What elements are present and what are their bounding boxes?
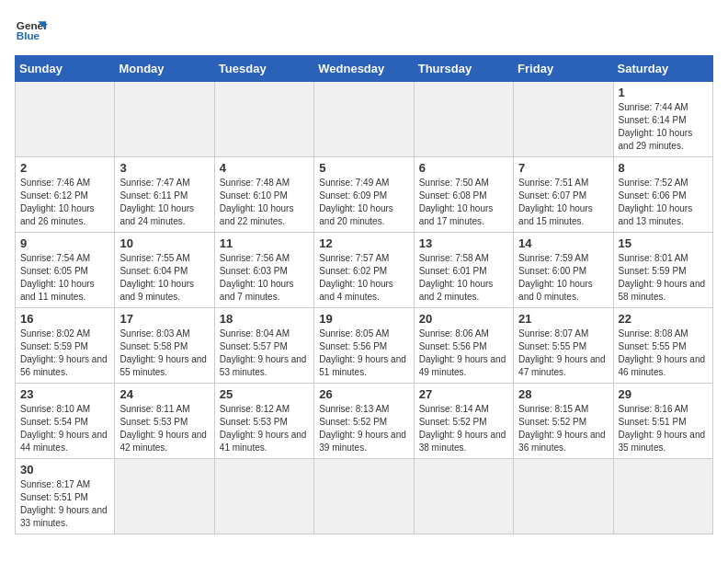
day-number: 14	[518, 236, 608, 250]
day-info: Sunrise: 8:16 AM Sunset: 5:51 PM Dayligh…	[619, 403, 708, 454]
day-number: 17	[119, 312, 209, 326]
calendar-cell	[514, 82, 613, 157]
day-number: 25	[220, 387, 309, 401]
calendar-cell	[414, 82, 513, 157]
calendar-cell: 17Sunrise: 8:03 AM Sunset: 5:58 PM Dayli…	[115, 308, 214, 384]
day-number: 7	[518, 161, 608, 175]
day-number: 23	[20, 387, 109, 401]
day-number: 1	[619, 86, 708, 99]
calendar-cell	[613, 459, 712, 534]
day-info: Sunrise: 7:58 AM Sunset: 6:01 PM Dayligh…	[419, 252, 508, 304]
calendar-cell	[115, 459, 214, 534]
day-info: Sunrise: 7:56 AM Sunset: 6:03 PM Dayligh…	[220, 252, 309, 304]
day-info: Sunrise: 8:05 AM Sunset: 5:56 PM Dayligh…	[319, 327, 408, 379]
weekday-header-sunday: Sunday	[16, 56, 115, 82]
day-number: 13	[419, 236, 508, 250]
day-number: 29	[619, 387, 708, 401]
day-number: 21	[518, 312, 608, 326]
day-number: 30	[20, 463, 109, 477]
day-number: 11	[220, 236, 309, 250]
calendar-week-5: 23Sunrise: 8:10 AM Sunset: 5:54 PM Dayli…	[16, 384, 713, 459]
calendar-cell: 2Sunrise: 7:46 AM Sunset: 6:12 PM Daylig…	[16, 157, 115, 233]
svg-text:Blue: Blue	[17, 29, 40, 41]
day-number: 6	[419, 161, 508, 175]
calendar-cell	[314, 459, 414, 534]
day-info: Sunrise: 7:50 AM Sunset: 6:08 PM Dayligh…	[419, 177, 508, 228]
day-number: 10	[119, 236, 209, 250]
calendar-cell	[16, 82, 115, 157]
weekday-header-friday: Friday	[514, 56, 613, 82]
calendar-cell: 1Sunrise: 7:44 AM Sunset: 6:14 PM Daylig…	[613, 82, 712, 157]
day-info: Sunrise: 8:17 AM Sunset: 5:51 PM Dayligh…	[20, 478, 109, 530]
day-number: 12	[319, 236, 408, 250]
day-info: Sunrise: 7:46 AM Sunset: 6:12 PM Dayligh…	[20, 177, 109, 228]
calendar-cell: 29Sunrise: 8:16 AM Sunset: 5:51 PM Dayli…	[613, 384, 712, 459]
calendar-cell: 19Sunrise: 8:05 AM Sunset: 5:56 PM Dayli…	[314, 308, 414, 384]
weekday-header-row: SundayMondayTuesdayWednesdayThursdayFrid…	[16, 56, 713, 82]
logo: General Blue	[15, 15, 48, 48]
calendar-cell: 4Sunrise: 7:48 AM Sunset: 6:10 PM Daylig…	[214, 157, 313, 233]
day-number: 22	[619, 312, 708, 326]
day-info: Sunrise: 7:54 AM Sunset: 6:05 PM Dayligh…	[20, 252, 109, 304]
day-number: 27	[419, 387, 508, 401]
calendar-cell	[414, 459, 513, 534]
calendar-cell: 13Sunrise: 7:58 AM Sunset: 6:01 PM Dayli…	[414, 233, 513, 308]
calendar-cell: 9Sunrise: 7:54 AM Sunset: 6:05 PM Daylig…	[16, 233, 115, 308]
weekday-header-wednesday: Wednesday	[314, 56, 414, 82]
calendar-cell: 20Sunrise: 8:06 AM Sunset: 5:56 PM Dayli…	[414, 308, 513, 384]
day-info: Sunrise: 8:15 AM Sunset: 5:52 PM Dayligh…	[518, 403, 608, 454]
calendar-cell	[514, 459, 613, 534]
day-info: Sunrise: 7:59 AM Sunset: 6:00 PM Dayligh…	[518, 252, 608, 304]
logo-icon: General Blue	[15, 15, 48, 48]
calendar-cell: 5Sunrise: 7:49 AM Sunset: 6:09 PM Daylig…	[314, 157, 414, 233]
day-info: Sunrise: 8:03 AM Sunset: 5:58 PM Dayligh…	[119, 327, 209, 379]
calendar-cell: 28Sunrise: 8:15 AM Sunset: 5:52 PM Dayli…	[514, 384, 613, 459]
calendar-cell	[214, 459, 313, 534]
calendar-cell: 23Sunrise: 8:10 AM Sunset: 5:54 PM Dayli…	[16, 384, 115, 459]
day-number: 15	[619, 236, 708, 250]
calendar-cell: 7Sunrise: 7:51 AM Sunset: 6:07 PM Daylig…	[514, 157, 613, 233]
header: General Blue	[15, 15, 713, 48]
day-number: 3	[119, 161, 209, 175]
day-info: Sunrise: 7:48 AM Sunset: 6:10 PM Dayligh…	[220, 177, 309, 228]
calendar-week-1: 1Sunrise: 7:44 AM Sunset: 6:14 PM Daylig…	[16, 82, 713, 157]
day-info: Sunrise: 8:10 AM Sunset: 5:54 PM Dayligh…	[20, 403, 109, 454]
calendar-cell: 6Sunrise: 7:50 AM Sunset: 6:08 PM Daylig…	[414, 157, 513, 233]
day-number: 4	[220, 161, 309, 175]
day-info: Sunrise: 8:08 AM Sunset: 5:55 PM Dayligh…	[619, 327, 708, 379]
day-number: 2	[20, 161, 109, 175]
calendar-cell: 11Sunrise: 7:56 AM Sunset: 6:03 PM Dayli…	[214, 233, 313, 308]
day-number: 9	[20, 236, 109, 250]
day-info: Sunrise: 7:44 AM Sunset: 6:14 PM Dayligh…	[619, 101, 708, 153]
day-number: 26	[319, 387, 408, 401]
day-info: Sunrise: 7:49 AM Sunset: 6:09 PM Dayligh…	[319, 177, 408, 228]
day-number: 16	[20, 312, 109, 326]
day-number: 8	[619, 161, 708, 175]
calendar-cell: 3Sunrise: 7:47 AM Sunset: 6:11 PM Daylig…	[115, 157, 214, 233]
day-info: Sunrise: 8:01 AM Sunset: 5:59 PM Dayligh…	[619, 252, 708, 304]
day-info: Sunrise: 8:07 AM Sunset: 5:55 PM Dayligh…	[518, 327, 608, 379]
day-info: Sunrise: 7:57 AM Sunset: 6:02 PM Dayligh…	[319, 252, 408, 304]
calendar-cell: 27Sunrise: 8:14 AM Sunset: 5:52 PM Dayli…	[414, 384, 513, 459]
calendar-cell: 21Sunrise: 8:07 AM Sunset: 5:55 PM Dayli…	[514, 308, 613, 384]
calendar-cell	[115, 82, 214, 157]
day-info: Sunrise: 8:04 AM Sunset: 5:57 PM Dayligh…	[220, 327, 309, 379]
weekday-header-monday: Monday	[115, 56, 214, 82]
calendar-week-6: 30Sunrise: 8:17 AM Sunset: 5:51 PM Dayli…	[16, 459, 713, 534]
day-number: 18	[220, 312, 309, 326]
calendar-cell: 16Sunrise: 8:02 AM Sunset: 5:59 PM Dayli…	[16, 308, 115, 384]
day-info: Sunrise: 8:12 AM Sunset: 5:53 PM Dayligh…	[220, 403, 309, 454]
day-number: 28	[518, 387, 608, 401]
calendar-cell: 25Sunrise: 8:12 AM Sunset: 5:53 PM Dayli…	[214, 384, 313, 459]
calendar-cell: 10Sunrise: 7:55 AM Sunset: 6:04 PM Dayli…	[115, 233, 214, 308]
weekday-header-tuesday: Tuesday	[214, 56, 313, 82]
calendar-week-4: 16Sunrise: 8:02 AM Sunset: 5:59 PM Dayli…	[16, 308, 713, 384]
day-number: 19	[319, 312, 408, 326]
day-number: 20	[419, 312, 508, 326]
calendar-cell: 26Sunrise: 8:13 AM Sunset: 5:52 PM Dayli…	[314, 384, 414, 459]
calendar-cell	[214, 82, 313, 157]
calendar-cell: 8Sunrise: 7:52 AM Sunset: 6:06 PM Daylig…	[613, 157, 712, 233]
day-info: Sunrise: 8:06 AM Sunset: 5:56 PM Dayligh…	[419, 327, 508, 379]
day-number: 24	[119, 387, 209, 401]
day-info: Sunrise: 7:52 AM Sunset: 6:06 PM Dayligh…	[619, 177, 708, 228]
